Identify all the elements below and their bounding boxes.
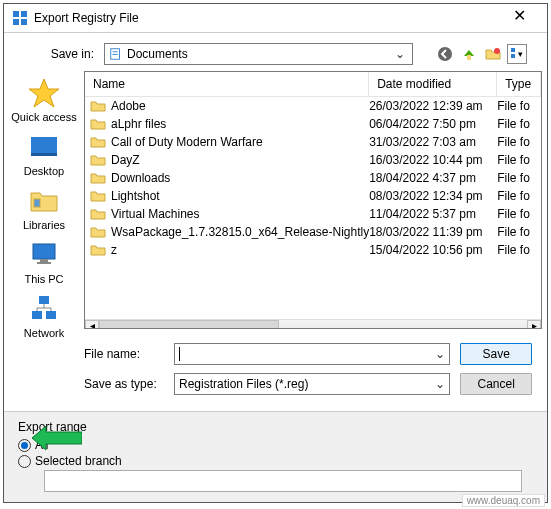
savetype-label: Save as type:	[84, 377, 164, 391]
file-name: z	[111, 243, 369, 257]
table-row[interactable]: Call of Duty Modern Warfare31/03/2022 7:…	[85, 133, 541, 151]
file-type: File fo	[497, 189, 541, 203]
file-date: 08/03/2022 12:34 pm	[369, 189, 497, 203]
table-row[interactable]: aLphr files06/04/2022 7:50 pmFile fo	[85, 115, 541, 133]
folder-icon	[90, 170, 108, 186]
svg-rect-1	[21, 11, 27, 17]
file-date: 18/04/2022 4:37 pm	[369, 171, 497, 185]
svg-rect-5	[113, 51, 118, 52]
back-icon[interactable]	[435, 44, 455, 64]
filename-label: File name:	[84, 347, 164, 361]
column-headers: Name Date modified Type	[85, 72, 541, 97]
window-title: Export Registry File	[34, 11, 497, 25]
place-libraries[interactable]: Libraries	[4, 183, 84, 233]
folder-icon	[90, 134, 108, 150]
location-toolbar: Save in: Documents ⌄ ▾	[4, 33, 547, 71]
filename-input[interactable]: ⌄	[174, 343, 450, 365]
cancel-button[interactable]: Cancel	[460, 373, 532, 395]
radio-all-label: All	[35, 438, 48, 452]
file-type: File fo	[497, 243, 541, 257]
folder-icon	[90, 206, 108, 222]
svg-rect-6	[113, 54, 118, 55]
place-this-pc[interactable]: This PC	[4, 237, 84, 287]
folder-icon	[90, 224, 108, 240]
place-desktop[interactable]: Desktop	[4, 129, 84, 179]
file-name: WsaPackage_1.7.32815.0_x64_Release-Night…	[111, 225, 369, 239]
folder-icon	[90, 152, 108, 168]
radio-selected-branch[interactable]	[18, 455, 31, 468]
table-row[interactable]: z15/04/2022 10:56 pmFile fo	[85, 241, 541, 259]
save-in-label: Save in:	[38, 47, 94, 61]
save-button[interactable]: Save	[460, 343, 532, 365]
close-button[interactable]: ✕	[497, 8, 541, 28]
title-bar: Export Registry File ✕	[4, 4, 547, 33]
chevron-down-icon[interactable]: ⌄	[435, 377, 445, 391]
dialog-window: Export Registry File ✕ Save in: Document…	[3, 3, 548, 503]
file-date: 18/03/2022 11:39 pm	[369, 225, 497, 239]
file-date: 06/04/2022 7:50 pm	[369, 117, 497, 131]
file-name: aLphr files	[111, 117, 369, 131]
svg-rect-8	[467, 55, 471, 60]
svg-rect-12	[511, 54, 515, 58]
file-date: 15/04/2022 10:56 pm	[369, 243, 497, 257]
branch-input[interactable]	[44, 470, 522, 492]
new-folder-icon[interactable]	[483, 44, 503, 64]
svg-rect-16	[34, 199, 40, 207]
file-date: 26/03/2022 12:39 am	[369, 99, 497, 113]
file-date: 11/04/2022 5:37 pm	[369, 207, 497, 221]
svg-rect-18	[40, 259, 48, 262]
save-in-value: Documents	[127, 47, 392, 61]
svg-rect-15	[31, 153, 57, 156]
svg-rect-0	[13, 11, 19, 17]
radio-selected-label: Selected branch	[35, 454, 122, 468]
file-name: Lightshot	[111, 189, 369, 203]
view-menu-icon[interactable]: ▾	[507, 44, 527, 64]
svg-rect-21	[32, 311, 42, 319]
export-range-title: Export range	[18, 420, 533, 434]
file-date: 16/03/2022 10:44 pm	[369, 153, 497, 167]
export-range-group: Export range All Selected branch	[4, 411, 547, 502]
col-type[interactable]: Type	[497, 72, 541, 96]
file-date: 31/03/2022 7:03 am	[369, 135, 497, 149]
radio-all[interactable]	[18, 439, 31, 452]
table-row[interactable]: Downloads18/04/2022 4:37 pmFile fo	[85, 169, 541, 187]
up-icon[interactable]	[459, 44, 479, 64]
file-type: File fo	[497, 171, 541, 185]
svg-rect-22	[46, 311, 56, 319]
svg-rect-20	[39, 296, 49, 304]
chevron-down-icon: ⌄	[392, 47, 408, 61]
svg-rect-17	[33, 244, 55, 259]
table-row[interactable]: WsaPackage_1.7.32815.0_x64_Release-Night…	[85, 223, 541, 241]
chevron-down-icon[interactable]: ⌄	[435, 347, 445, 361]
documents-icon	[109, 47, 123, 61]
file-type: File fo	[497, 99, 541, 113]
save-in-dropdown[interactable]: Documents ⌄	[104, 43, 413, 65]
table-row[interactable]: Lightshot08/03/2022 12:34 pmFile fo	[85, 187, 541, 205]
savetype-dropdown[interactable]: Registration Files (*.reg) ⌄	[174, 373, 450, 395]
place-quick-access[interactable]: Quick access	[4, 75, 84, 125]
folder-icon	[90, 98, 108, 114]
file-type: File fo	[497, 117, 541, 131]
table-row[interactable]: Virtual Machines11/04/2022 5:37 pmFile f…	[85, 205, 541, 223]
file-name: Call of Duty Modern Warfare	[111, 135, 369, 149]
table-row[interactable]: DayZ16/03/2022 10:44 pmFile fo	[85, 151, 541, 169]
svg-rect-14	[31, 137, 57, 153]
svg-rect-2	[13, 19, 19, 25]
svg-rect-19	[37, 262, 51, 264]
col-name[interactable]: Name	[85, 72, 369, 96]
col-date[interactable]: Date modified	[369, 72, 497, 96]
registry-icon	[12, 10, 28, 26]
file-type: File fo	[497, 225, 541, 239]
svg-point-9	[494, 48, 500, 54]
horizontal-scrollbar[interactable]: ◂▸	[85, 319, 541, 329]
table-row[interactable]: Adobe26/03/2022 12:39 amFile fo	[85, 97, 541, 115]
file-name: Downloads	[111, 171, 369, 185]
watermark: www.deuaq.com	[462, 494, 545, 507]
file-type: File fo	[497, 207, 541, 221]
file-list: Name Date modified Type Adobe26/03/2022 …	[84, 71, 542, 329]
file-type: File fo	[497, 135, 541, 149]
place-network[interactable]: Network	[4, 291, 84, 341]
svg-point-7	[438, 47, 452, 61]
file-name: DayZ	[111, 153, 369, 167]
file-name: Adobe	[111, 99, 369, 113]
